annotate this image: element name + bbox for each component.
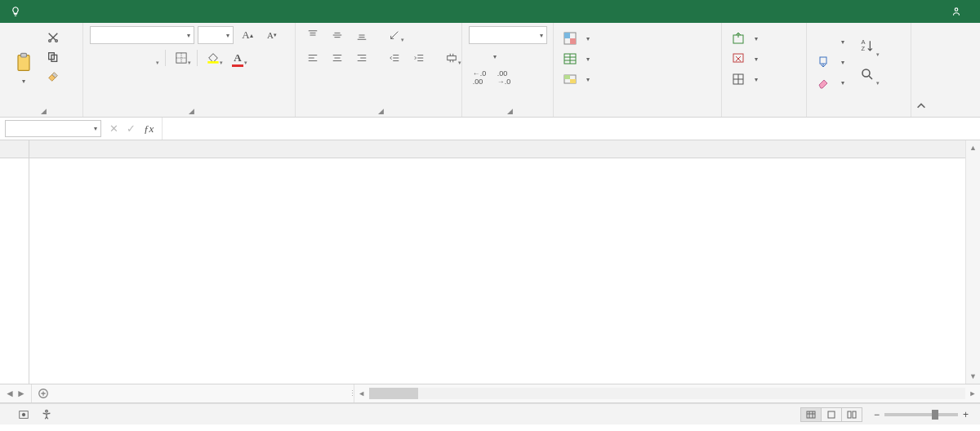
font-name-select[interactable]: ▾ (90, 26, 194, 44)
svg-rect-30 (848, 411, 851, 418)
currency-button[interactable] (469, 47, 490, 65)
conditional-formatting-button[interactable]: ▾ (560, 29, 593, 47)
sheet-nav[interactable]: ◄► (0, 384, 32, 402)
formula-bar: ▾ ✕ ✓ ƒx (0, 118, 980, 140)
svg-point-3 (49, 40, 51, 42)
bold-button[interactable] (90, 49, 111, 67)
view-buttons (801, 407, 862, 422)
svg-rect-16 (570, 79, 576, 83)
merge-button[interactable] (441, 49, 462, 67)
sheet-next-icon[interactable]: ► (16, 388, 26, 399)
align-left-button[interactable] (302, 49, 323, 67)
comma-button[interactable] (524, 47, 546, 65)
fill-color-button[interactable] (203, 49, 224, 67)
fill-button[interactable]: ▾ (813, 53, 848, 71)
cut-button[interactable] (44, 29, 62, 46)
sort-filter-button[interactable]: AZ (854, 33, 880, 59)
svg-rect-31 (853, 411, 856, 418)
italic-button[interactable] (114, 49, 136, 67)
macro-record-icon[interactable] (18, 409, 29, 420)
fill-down-icon (817, 56, 830, 69)
number-format-select[interactable]: ▾ (469, 26, 547, 44)
zoom-in-button[interactable]: + (963, 409, 969, 420)
align-middle-button[interactable] (327, 26, 348, 44)
insert-icon (732, 32, 745, 45)
paste-button[interactable]: ▾ (7, 26, 41, 85)
cell-styles-icon (564, 73, 577, 86)
ribbon-tab-bar (0, 0, 980, 23)
increase-decimal-button[interactable]: ←.0.00 (469, 69, 490, 87)
align-right-button[interactable] (351, 49, 372, 67)
scissors-icon (47, 31, 60, 44)
add-sheet-button[interactable] (32, 384, 55, 402)
shrink-font-button[interactable]: A▾ (261, 26, 283, 44)
grow-font-button[interactable]: A▴ (237, 26, 258, 44)
bucket-icon (207, 51, 220, 64)
share-icon (951, 6, 962, 17)
cancel-formula-icon[interactable]: ✕ (109, 122, 118, 135)
decrease-indent-button[interactable] (384, 49, 405, 67)
border-button[interactable] (171, 49, 192, 67)
group-editing: ▾ ▾ ▾ AZ (807, 23, 911, 117)
format-icon (732, 73, 745, 86)
page-layout-view-button[interactable] (821, 407, 842, 422)
paste-icon (12, 51, 35, 74)
worksheet-grid[interactable]: ▲ ▼ (0, 140, 980, 384)
page-break-view-button[interactable] (841, 407, 862, 422)
enter-formula-icon[interactable]: ✓ (127, 122, 136, 135)
zoom-control[interactable]: − + (874, 409, 973, 420)
wrap-text-button[interactable] (416, 26, 438, 44)
insert-cells-button[interactable]: ▾ (728, 29, 761, 47)
alignment-launcher[interactable]: ◢ (378, 107, 384, 115)
decrease-decimal-button[interactable]: .00→.0 (493, 69, 514, 87)
select-all-corner[interactable] (0, 140, 29, 158)
svg-rect-15 (564, 75, 570, 79)
align-center-button[interactable] (327, 49, 348, 67)
group-cells: ▾ ▾ ▾ (722, 23, 807, 117)
collapse-ribbon-button[interactable] (911, 23, 931, 117)
font-size-select[interactable]: ▾ (198, 26, 234, 44)
horizontal-scrollbar[interactable]: ◄ ► (354, 384, 980, 402)
delete-icon (732, 52, 745, 65)
chevron-up-icon (915, 100, 927, 112)
copy-button[interactable] (44, 49, 62, 65)
zoom-out-button[interactable]: − (874, 409, 880, 420)
clear-button[interactable]: ▾ (813, 73, 848, 91)
normal-view-button[interactable] (800, 407, 822, 422)
scroll-up-icon[interactable]: ▲ (966, 140, 980, 155)
ribbon: ▾ ◢ ▾ ▾ A▴ A▾ (0, 23, 980, 118)
vertical-scrollbar[interactable]: ▲ ▼ (965, 140, 980, 384)
delete-cells-button[interactable]: ▾ (728, 50, 761, 68)
tell-me-search[interactable] (0, 0, 36, 23)
align-bottom-button[interactable] (351, 26, 372, 44)
svg-point-23 (862, 69, 870, 77)
number-launcher[interactable]: ◢ (507, 107, 513, 115)
increase-indent-button[interactable] (408, 49, 430, 67)
font-launcher[interactable]: ◢ (189, 107, 194, 115)
font-color-button[interactable]: A (227, 49, 248, 67)
underline-button[interactable] (139, 49, 160, 67)
scroll-left-icon[interactable]: ◄ (354, 389, 369, 398)
percent-button[interactable] (500, 47, 521, 65)
name-box[interactable]: ▾ (5, 120, 101, 137)
scroll-down-icon[interactable]: ▼ (966, 369, 980, 384)
orientation-button[interactable] (384, 26, 405, 44)
format-as-table-button[interactable]: ▾ (560, 50, 593, 68)
sheet-prev-icon[interactable]: ◄ (5, 388, 15, 399)
svg-rect-18 (733, 54, 743, 62)
accessibility-icon (41, 409, 52, 420)
cell-styles-button[interactable]: ▾ (560, 70, 593, 88)
align-top-button[interactable] (302, 26, 323, 44)
autosum-button[interactable]: ▾ (813, 33, 848, 51)
share-button[interactable] (938, 0, 980, 23)
format-painter-button[interactable] (44, 69, 62, 85)
svg-rect-28 (807, 411, 815, 418)
clipboard-launcher[interactable]: ◢ (41, 107, 47, 115)
scroll-right-icon[interactable]: ► (965, 389, 980, 398)
formula-input[interactable] (163, 118, 980, 140)
accessibility-status[interactable] (41, 409, 56, 420)
find-select-button[interactable] (854, 61, 880, 87)
sheet-tab-bar: ◄► ⋮ ◄ ► (0, 384, 980, 403)
fx-icon[interactable]: ƒx (144, 122, 154, 136)
format-cells-button[interactable]: ▾ (728, 70, 761, 88)
